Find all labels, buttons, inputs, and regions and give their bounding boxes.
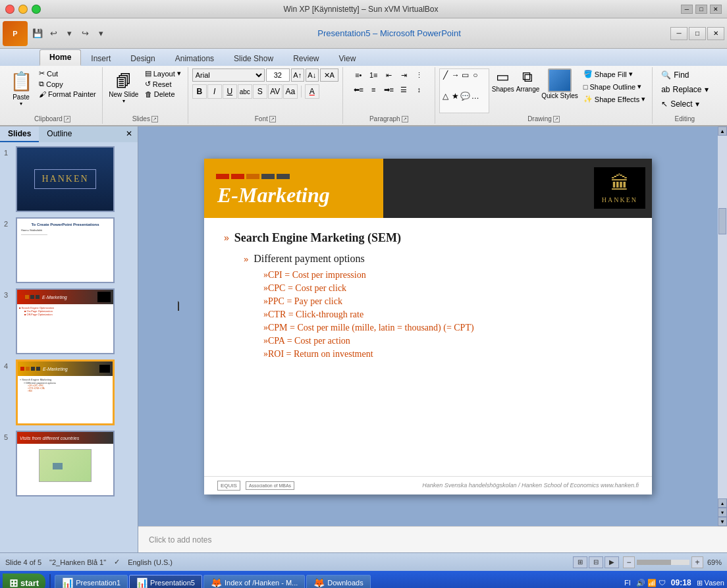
scroll-up-button[interactable]: ▲: [718, 126, 727, 136]
cut-button[interactable]: ✂ Cut: [37, 68, 98, 78]
shape-effects-button[interactable]: ✨ Shape Effects ▾: [581, 94, 648, 105]
clipboard-expand[interactable]: ↗: [64, 116, 70, 122]
app-minimize[interactable]: ─: [670, 27, 687, 40]
taskbar-presentation5[interactable]: 📊 Presentation5: [129, 575, 202, 588]
increase-font-button[interactable]: A↑: [291, 68, 304, 82]
undo-button[interactable]: ↩: [46, 26, 61, 41]
new-slide-button[interactable]: 🗐 New Slide ▾: [107, 68, 141, 108]
drawing-expand[interactable]: ↗: [553, 116, 560, 122]
shadow-button[interactable]: S: [253, 84, 267, 99]
arrange-button[interactable]: ⧉ Arrange: [516, 68, 540, 99]
columns-button[interactable]: ⋮: [412, 68, 426, 82]
zoom-out-button[interactable]: −: [623, 556, 635, 568]
slide-item-3[interactable]: 3 E-Marketing: [4, 288, 134, 354]
win-close-ctrl[interactable]: ✕: [710, 5, 722, 14]
slideshow-button[interactable]: ▶: [605, 556, 619, 568]
shape-outline-button[interactable]: □ Shape Outline ▾: [581, 81, 648, 92]
slides-expand[interactable]: ↗: [151, 116, 158, 122]
slide-thumb-5[interactable]: Visits from different countries: [16, 431, 115, 496]
zoom-slider[interactable]: [637, 560, 689, 565]
slide-sorter-button[interactable]: ⊟: [589, 556, 603, 568]
close-button[interactable]: [5, 5, 14, 14]
paste-button[interactable]: 📋 Paste ▾: [7, 68, 36, 108]
taskbar-firefox-hanken[interactable]: 🦊 Index of /Hanken - M...: [203, 575, 305, 588]
panel-close-button[interactable]: ✕: [121, 126, 138, 142]
zoom-in-button[interactable]: +: [691, 556, 703, 568]
slide-item-4[interactable]: 4 E-Marketing: [4, 360, 134, 425]
layout-button[interactable]: ▤ Layout ▾: [142, 68, 184, 78]
slide-item-1[interactable]: 1 HANKEN: [4, 146, 134, 212]
quick-styles-button[interactable]: Quick Styles: [541, 68, 578, 99]
notes-area[interactable]: Click to add notes: [138, 526, 727, 552]
app-restore[interactable]: □: [689, 27, 706, 40]
slide-thumb-4[interactable]: E-Marketing » Search Engine Marketing » …: [16, 360, 115, 425]
numbering-button[interactable]: 1≡: [366, 68, 381, 82]
scroll-track[interactable]: [718, 136, 727, 498]
win-minimize-ctrl[interactable]: ─: [681, 5, 693, 14]
undo-dropdown[interactable]: ▾: [62, 26, 76, 41]
underline-button[interactable]: U: [223, 84, 237, 99]
scroll-thumb[interactable]: [718, 208, 726, 234]
normal-view-button[interactable]: ⊞: [573, 556, 587, 568]
tab-insert[interactable]: Insert: [81, 51, 121, 66]
slide-item-5[interactable]: 5 Visits from different countries: [4, 431, 134, 496]
format-painter-button[interactable]: 🖌 Format Painter: [37, 90, 98, 99]
reset-button[interactable]: ↺ Reset: [142, 79, 184, 89]
tab-slides[interactable]: Slides: [0, 126, 39, 142]
taskbar-downloads[interactable]: 🦊 Downloads: [306, 575, 370, 588]
find-button[interactable]: 🔍 Find: [657, 68, 713, 82]
scroll-expand-up[interactable]: ▴: [718, 498, 727, 508]
font-name-select[interactable]: Arial: [192, 68, 265, 82]
select-button[interactable]: ↖ Select ▾: [657, 97, 713, 111]
qa-dropdown[interactable]: ▾: [94, 26, 108, 41]
slide-thumb-3[interactable]: E-Marketing ■ Search Engine Optimization…: [16, 288, 115, 354]
spacing-button[interactable]: AV: [268, 84, 283, 99]
bold-button[interactable]: B: [192, 84, 207, 99]
decrease-indent-button[interactable]: ⇤: [381, 68, 396, 82]
align-right-button[interactable]: ➡≡: [381, 83, 396, 96]
win-restore-ctrl[interactable]: □: [695, 5, 707, 14]
minimize-button[interactable]: [18, 5, 28, 14]
shape-fill-button[interactable]: 🪣 Shape Fill ▾: [581, 68, 648, 80]
line-spacing-button[interactable]: ↕: [412, 83, 426, 96]
scroll-expand-down[interactable]: ▾: [718, 508, 727, 517]
case-button[interactable]: Aa: [283, 84, 298, 99]
slide-thumb-2[interactable]: To Create PowerPoint Presentations Hannu…: [16, 217, 115, 283]
start-button[interactable]: ⊞ start: [3, 574, 45, 588]
app-close[interactable]: ✕: [707, 27, 724, 40]
shapes-button[interactable]: ▭ Shapes: [492, 68, 514, 99]
increase-indent-button[interactable]: ⇥: [396, 68, 411, 82]
copy-button[interactable]: ⧉ Copy: [37, 79, 98, 89]
bullets-button[interactable]: ≡•: [351, 68, 365, 82]
tab-view[interactable]: View: [329, 51, 366, 66]
align-left-button[interactable]: ⬅≡: [351, 83, 365, 96]
align-center-button[interactable]: ≡: [366, 83, 381, 96]
scroll-down-button[interactable]: ▼: [718, 517, 727, 526]
replace-button[interactable]: ab Replace ▾: [657, 83, 713, 96]
save-button[interactable]: 💾: [30, 26, 45, 41]
tab-review[interactable]: Review: [283, 51, 329, 66]
maximize-button[interactable]: [32, 5, 41, 14]
strikethrough-button[interactable]: abc: [238, 84, 252, 99]
paragraph-expand[interactable]: ↗: [402, 116, 408, 122]
vertical-scrollbar[interactable]: ▲ ▴ ▾ ▼: [718, 126, 727, 526]
font-expand[interactable]: ↗: [269, 116, 276, 122]
tab-animations[interactable]: Animations: [165, 51, 224, 66]
shapes-palette[interactable]: ╱ → ▭ ○ △ ★ 💬 …: [439, 68, 489, 113]
taskbar-presentation1[interactable]: 📊 Presentation1: [55, 575, 128, 588]
justify-button[interactable]: ☰: [396, 83, 411, 96]
delete-button[interactable]: 🗑 Delete: [142, 90, 184, 99]
slide-item-2[interactable]: 2 To Create PowerPoint Presentations Han…: [4, 217, 134, 283]
office-button[interactable]: P: [3, 21, 28, 46]
decrease-font-button[interactable]: A↓: [306, 68, 319, 82]
tab-outline[interactable]: Outline: [39, 126, 80, 142]
main-slide[interactable]: E-Marketing 🏛 HANKEN » Search Engine Mar…: [204, 159, 652, 494]
tab-slideshow[interactable]: Slide Show: [224, 51, 283, 66]
tab-design[interactable]: Design: [121, 51, 165, 66]
font-color-button[interactable]: A: [305, 84, 319, 99]
clear-format-button[interactable]: ✕A: [320, 68, 338, 82]
tab-home[interactable]: Home: [40, 49, 81, 66]
redo-button[interactable]: ↪: [78, 26, 92, 41]
italic-button[interactable]: I: [207, 84, 222, 99]
slide-thumb-1[interactable]: HANKEN: [16, 146, 115, 212]
